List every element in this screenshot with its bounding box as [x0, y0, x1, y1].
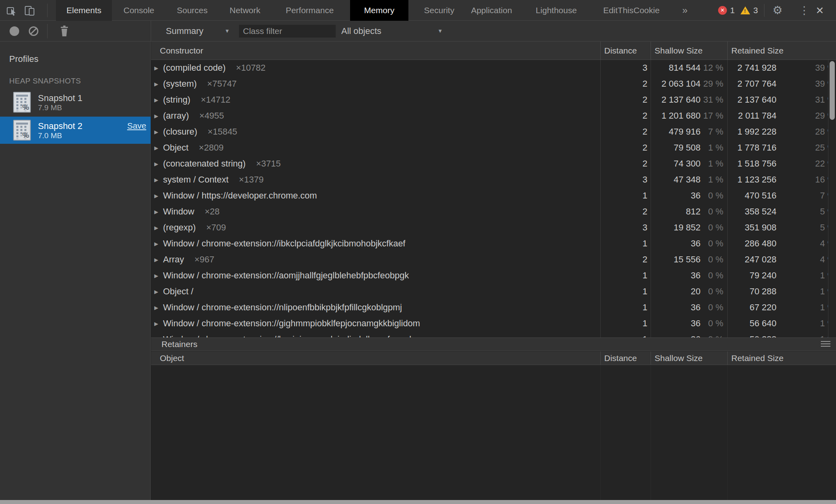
heap-snapshot-icon: %: [13, 120, 31, 141]
table-row[interactable]: ▶Array×967215 5560 %247 0284 %: [151, 252, 836, 268]
error-badge-icon[interactable]: ✕: [718, 6, 727, 15]
table-row[interactable]: ▶Window / chrome-extension://ibkclpciafd…: [151, 236, 836, 252]
tab-security[interactable]: Security: [416, 0, 463, 21]
distance-cell: 1: [600, 190, 651, 201]
chevron-down-icon[interactable]: ▼: [225, 21, 230, 42]
close-devtools-icon[interactable]: ✕: [816, 0, 824, 21]
table-row[interactable]: ▶Window / chrome-extension://nlipoenfbbi…: [151, 300, 836, 315]
table-row[interactable]: ▶system / Context×1379347 3481 %1 123 25…: [151, 172, 836, 188]
tab-console[interactable]: Console: [116, 0, 162, 21]
instance-count: ×3715: [256, 159, 281, 169]
tab-sources[interactable]: Sources: [170, 0, 215, 21]
column-header-shallow-size[interactable]: Shallow Size: [651, 353, 727, 363]
column-divider: [727, 60, 728, 337]
distance-cell: 1: [600, 334, 651, 337]
tab-memory[interactable]: Memory: [350, 0, 408, 21]
distance-cell: 1: [600, 238, 651, 249]
table-row[interactable]: ▶Window / https://developer.chrome.com13…: [151, 188, 836, 204]
warning-count[interactable]: 3: [753, 0, 758, 21]
error-count[interactable]: 1: [730, 0, 735, 21]
table-row[interactable]: ▶(closure)×158452479 9167 %1 992 22828 %: [151, 124, 836, 140]
expander-icon[interactable]: ▶: [154, 321, 160, 327]
inspect-element-icon[interactable]: [6, 5, 17, 16]
expander-icon[interactable]: ▶: [154, 225, 160, 231]
retained-size-cell: 1 992 22828 %: [727, 127, 836, 137]
expander-icon[interactable]: ▶: [154, 273, 160, 279]
expander-icon[interactable]: ▶: [154, 129, 160, 135]
table-row[interactable]: ▶Window / chrome-extension://kecinicomgo…: [151, 331, 836, 337]
device-toolbar-icon[interactable]: [24, 5, 35, 16]
expander-icon[interactable]: ▶: [154, 305, 160, 311]
more-tabs-chevron[interactable]: »: [676, 0, 694, 21]
class-filter-input[interactable]: [239, 25, 336, 38]
constructor-rows: ▶(compiled code)×107823814 54412 %2 741 …: [151, 60, 836, 337]
column-header-distance[interactable]: Distance: [600, 46, 651, 56]
expander-icon[interactable]: ▶: [154, 161, 160, 167]
table-row[interactable]: ▶(string)×1471222 137 64031 %2 137 64031…: [151, 92, 836, 108]
tab-network[interactable]: Network: [223, 0, 267, 21]
tab-performance[interactable]: Performance: [278, 0, 342, 21]
constructor-name: (system): [163, 79, 197, 89]
sidebar-item-snapshot-2-selected[interactable]: % Snapshot 2 7.0 MB Save: [0, 117, 151, 144]
expander-icon[interactable]: ▶: [154, 81, 160, 87]
table-row[interactable]: ▶Window / chrome-extension://gighmmpiobk…: [151, 315, 836, 331]
column-divider: [600, 42, 601, 60]
settings-gear-icon[interactable]: ⚙: [772, 0, 782, 21]
expander-icon[interactable]: ▶: [154, 257, 160, 263]
tab-application[interactable]: Application: [464, 0, 519, 21]
table-row[interactable]: ▶Window×2828120 %358 5245 %: [151, 204, 836, 220]
record-heap-icon[interactable]: [10, 26, 19, 36]
distance-cell: 1: [600, 302, 651, 313]
retained-size-cell: 351 9085 %: [727, 222, 836, 233]
hamburger-menu-icon[interactable]: [821, 341, 830, 348]
shallow-size-cell: 1 201 68017 %: [651, 111, 727, 121]
table-row[interactable]: ▶Object×2809279 5081 %1 778 71625 %: [151, 140, 836, 156]
expander-icon[interactable]: ▶: [154, 289, 160, 295]
constructor-cell: ▶Window / chrome-extension://kecinicomgo…: [151, 334, 600, 337]
table-row[interactable]: ▶Object /1200 %70 2881 %: [151, 284, 836, 300]
tab-lighthouse[interactable]: Lighthouse: [527, 0, 585, 21]
constructor-cell: ▶Window / chrome-extension://nlipoenfbbi…: [151, 302, 600, 313]
column-divider: [651, 351, 651, 365]
vertical-scrollbar[interactable]: [828, 60, 836, 337]
instance-count: ×709: [206, 222, 226, 233]
devtools-tab-bar: ElementsConsoleSourcesNetworkPerformance…: [0, 0, 836, 21]
objects-scope-select[interactable]: All objects: [341, 21, 381, 42]
snapshot-name: Snapshot 2: [38, 121, 82, 131]
table-row[interactable]: ▶(concatenated string)×3715274 3001 %1 5…: [151, 156, 836, 172]
chevron-down-icon[interactable]: ▼: [438, 21, 443, 42]
distance-cell: 2: [600, 127, 651, 137]
tab-elements[interactable]: Elements: [56, 0, 112, 21]
distance-cell: 2: [600, 254, 651, 265]
table-row[interactable]: ▶(system)×7574722 063 10429 %2 707 76439…: [151, 76, 836, 92]
clear-profiles-icon[interactable]: [29, 26, 38, 36]
save-snapshot-link[interactable]: Save: [127, 121, 146, 131]
column-header-retained-size[interactable]: Retained Size: [727, 46, 836, 56]
constructor-name: (regexp): [163, 222, 196, 233]
column-header-shallow-size[interactable]: Shallow Size: [651, 46, 727, 56]
expander-icon[interactable]: ▶: [154, 241, 160, 247]
kebab-menu-icon[interactable]: ⋮: [799, 0, 810, 21]
column-header-constructor[interactable]: Constructor: [151, 46, 600, 56]
column-divider: [651, 60, 651, 337]
expander-icon[interactable]: ▶: [154, 209, 160, 215]
expander-icon[interactable]: ▶: [154, 113, 160, 119]
sidebar-item-snapshot-1[interactable]: % Snapshot 1 7.9 MB: [0, 89, 151, 116]
expander-icon[interactable]: ▶: [154, 177, 160, 183]
table-row[interactable]: ▶Window / chrome-extension://aomjjhallfg…: [151, 268, 836, 284]
table-row[interactable]: ▶(compiled code)×107823814 54412 %2 741 …: [151, 60, 836, 76]
scrollbar-thumb[interactable]: [830, 61, 835, 120]
column-header-object[interactable]: Object: [151, 353, 600, 363]
expander-icon[interactable]: ▶: [154, 193, 160, 199]
tab-editthiscookie[interactable]: EditThisCookie: [594, 0, 669, 21]
perspective-select[interactable]: Summary: [166, 21, 203, 42]
table-row[interactable]: ▶(regexp)×709319 8520 %351 9085 %: [151, 220, 836, 236]
retained-size-cell: 358 5245 %: [727, 206, 836, 217]
table-row[interactable]: ▶(array)×495521 201 68017 %2 011 78429 %: [151, 108, 836, 124]
column-header-distance[interactable]: Distance: [600, 353, 651, 363]
expander-icon[interactable]: ▶: [154, 97, 160, 103]
delete-profile-icon[interactable]: [59, 25, 70, 37]
expander-icon[interactable]: ▶: [154, 145, 160, 151]
expander-icon[interactable]: ▶: [154, 65, 160, 71]
column-header-retained-size[interactable]: Retained Size: [727, 353, 836, 363]
